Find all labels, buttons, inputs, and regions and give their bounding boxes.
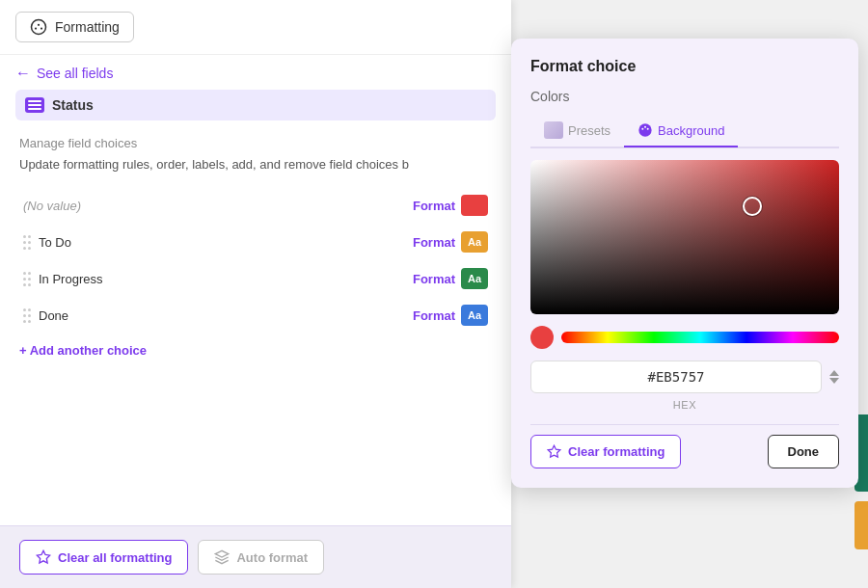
done-button[interactable]: Done	[768, 435, 840, 468]
hex-row	[530, 361, 839, 393]
colors-label: Colors	[530, 89, 839, 104]
color-badge-2: Aa	[461, 268, 488, 289]
add-choice-button[interactable]: + Add another choice	[19, 343, 492, 358]
clear-formatting-icon	[547, 444, 561, 459]
field-rows: (No value) Format To Do Format Aa	[19, 189, 492, 332]
formatting-label: Formatting	[55, 19, 120, 35]
breadcrumb-area: ← See all fields Status	[0, 55, 511, 120]
clear-formatting-label: Clear formatting	[568, 444, 665, 459]
svg-point-5	[638, 123, 651, 136]
clear-all-label: Clear all formatting	[58, 550, 172, 565]
color-badge-3: Aa	[461, 305, 488, 326]
field-name-1: To Do	[39, 235, 413, 250]
format-label-0: Format	[413, 199, 455, 213]
hex-label: HEX	[530, 399, 839, 411]
swatch-preview-icon	[544, 121, 563, 139]
palette-icon	[30, 18, 47, 36]
add-choice-label: + Add another choice	[19, 343, 147, 358]
left-panel: Formatting ← See all fields Status Manag…	[0, 0, 511, 588]
format-choice-footer: Clear formatting Done	[530, 424, 839, 468]
background-tab-label: Background	[658, 123, 724, 138]
drag-handle-3[interactable]	[23, 308, 31, 323]
format-label-2: Format	[413, 272, 455, 286]
hue-slider[interactable]	[561, 332, 839, 343]
drag-handle-2[interactable]	[23, 272, 31, 286]
svg-point-0	[32, 20, 46, 35]
hex-input[interactable]	[530, 361, 822, 393]
formatting-header: Formatting	[0, 0, 511, 55]
format-label-1: Format	[413, 235, 455, 250]
field-name-3: Done	[39, 308, 413, 323]
format-button-no-value[interactable]: Format	[413, 195, 488, 216]
format-choice-panel: Format choice Colors Presets Background	[511, 39, 858, 488]
status-row: Status	[15, 90, 496, 120]
svg-marker-9	[548, 445, 560, 457]
svg-point-7	[644, 126, 646, 128]
see-all-fields-link[interactable]: ← See all fields	[15, 65, 496, 82]
field-no-value: (No value)	[23, 199, 413, 213]
manage-title: Manage field choices	[19, 136, 492, 150]
table-row: To Do Format Aa	[19, 226, 492, 258]
right-accent-orange	[854, 501, 868, 549]
svg-marker-4	[37, 550, 49, 563]
svg-point-8	[647, 128, 649, 130]
table-row: Done Format Aa	[19, 299, 492, 332]
format-label-3: Format	[413, 308, 455, 323]
selected-color-dot	[530, 326, 554, 349]
format-choice-title: Format choice	[530, 58, 839, 75]
hex-down-arrow[interactable]	[829, 378, 839, 384]
clear-all-icon	[36, 549, 51, 565]
see-all-fields-label: See all fields	[37, 66, 113, 81]
format-button-3[interactable]: Format Aa	[413, 305, 488, 326]
auto-format-icon	[214, 549, 230, 565]
auto-format-button[interactable]: Auto format	[198, 540, 324, 575]
svg-point-6	[641, 128, 643, 130]
color-picker-canvas[interactable]	[530, 160, 839, 314]
clear-formatting-button[interactable]: Clear formatting	[530, 435, 681, 468]
color-badge-0	[461, 195, 488, 216]
background-tab-icon	[637, 122, 653, 138]
format-button-2[interactable]: Format Aa	[413, 268, 488, 289]
svg-point-1	[35, 27, 37, 29]
presets-tab-label: Presets	[568, 123, 610, 138]
format-button-1[interactable]: Format Aa	[413, 231, 488, 253]
manage-desc: Update formatting rules, order, labels, …	[19, 156, 492, 174]
done-label: Done	[788, 444, 820, 459]
back-arrow-icon: ←	[15, 65, 31, 82]
hex-up-arrow[interactable]	[829, 370, 839, 376]
table-row: In Progress Format Aa	[19, 262, 492, 295]
table-row: (No value) Format	[19, 189, 492, 222]
status-field-icon	[25, 97, 44, 113]
svg-point-2	[38, 24, 40, 26]
color-badge-1: Aa	[461, 231, 488, 253]
color-picker-indicator[interactable]	[743, 197, 762, 216]
svg-point-3	[41, 27, 42, 29]
footer-buttons: Clear all formatting Auto format	[0, 525, 511, 588]
content-area: Manage field choices Update formatting r…	[0, 120, 511, 373]
color-tabs: Presets Background	[530, 114, 839, 148]
formatting-button[interactable]: Formatting	[15, 12, 134, 42]
tab-presets[interactable]: Presets	[530, 114, 624, 148]
status-field-label: Status	[52, 97, 94, 113]
drag-handle-1[interactable]	[23, 235, 31, 250]
tab-background[interactable]: Background	[624, 115, 738, 147]
hue-row	[530, 326, 839, 349]
auto-format-label: Auto format	[236, 550, 308, 565]
hex-arrows	[829, 370, 839, 384]
field-name-2: In Progress	[39, 272, 413, 286]
clear-all-formatting-button[interactable]: Clear all formatting	[19, 540, 188, 575]
